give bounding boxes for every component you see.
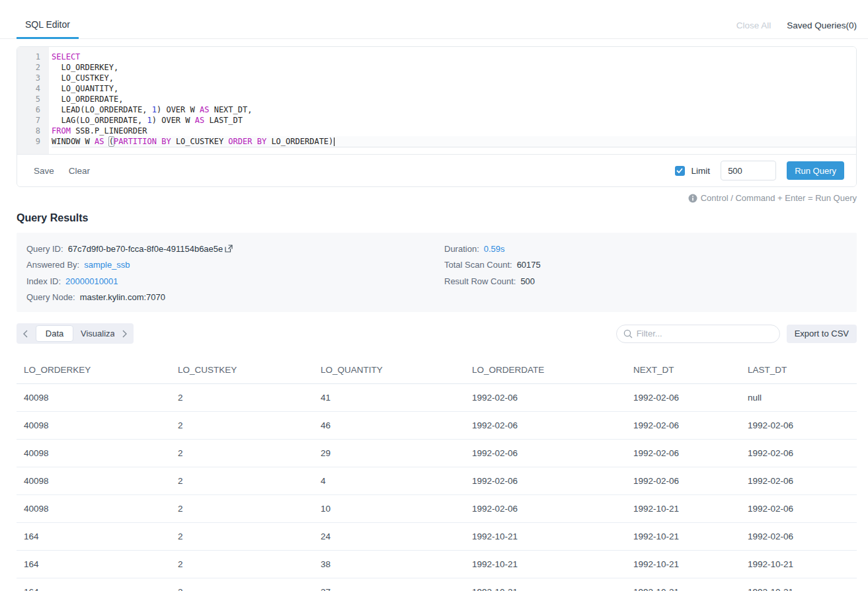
total-scan-count-label: Total Scan Count: <box>444 260 512 270</box>
line-number: 5 <box>17 94 40 104</box>
index-id-label: Index ID: <box>26 276 61 286</box>
table-row: 400982461992-02-061992-02-061992-02-06 <box>17 412 857 440</box>
table-cell: 1992-10-21 <box>740 578 857 591</box>
query-results-title: Query Results <box>17 212 857 224</box>
table-cell: 2 <box>171 440 313 467</box>
answered-by-link[interactable]: sample_ssb <box>84 260 130 270</box>
filter-input[interactable] <box>637 329 773 338</box>
view-tabs: Data Visualiza <box>17 323 134 344</box>
code-line[interactable]: WINDOW W AS (PARTITION BY LO_CUSTKEY ORD… <box>52 136 856 147</box>
table-cell: 1992-02-06 <box>740 412 857 440</box>
query-node-value: master.kylin.com:7070 <box>80 292 165 302</box>
table-cell: null <box>740 384 857 412</box>
save-button[interactable]: Save <box>34 166 54 176</box>
column-header: LO_CUSTKEY <box>171 357 313 384</box>
query-node-label: Query Node: <box>26 292 75 302</box>
line-number: 3 <box>17 73 40 83</box>
sql-editor-panel: 123456789 SELECT LO_ORDERKEY, LO_CUSTKEY… <box>17 46 857 187</box>
table-cell: 1992-02-06 <box>626 384 740 412</box>
code-line[interactable]: LO_ORDERKEY, <box>52 62 856 73</box>
table-cell: 1992-10-21 <box>626 495 740 523</box>
column-header: LO_ORDERDATE <box>465 357 626 384</box>
table-cell: 40098 <box>17 495 171 523</box>
table-cell: 40098 <box>17 440 171 467</box>
table-cell: 2 <box>171 384 313 412</box>
gutter: 123456789 <box>17 47 49 154</box>
editor-tab-bar: SQL Editor Close All Saved Queries(0) <box>0 0 868 39</box>
table-row: 1642381992-10-211992-10-211992-10-21 <box>17 551 857 578</box>
search-icon <box>623 329 633 338</box>
shortcut-hint: Control / Command + Enter = Run Query <box>17 193 857 203</box>
column-header: LO_ORDERKEY <box>17 357 171 384</box>
duration-label: Duration: <box>444 244 479 254</box>
code-line[interactable]: FROM SSB.P_LINEORDER <box>52 126 856 136</box>
tab-data[interactable]: Data <box>36 325 73 342</box>
table-cell: 2 <box>171 551 313 578</box>
chevron-right-icon[interactable] <box>122 330 128 338</box>
table-cell: 40098 <box>17 412 171 440</box>
table-cell: 1992-02-06 <box>465 412 626 440</box>
saved-queries-button[interactable]: Saved Queries(0) <box>787 20 857 30</box>
table-cell: 40098 <box>17 384 171 412</box>
table-cell: 1992-02-06 <box>626 412 740 440</box>
active-tab-underline <box>17 37 79 39</box>
line-number: 9 <box>17 136 40 147</box>
index-id-link[interactable]: 20000010001 <box>65 276 118 286</box>
line-number: 7 <box>17 115 40 126</box>
table-cell: 46 <box>313 412 465 440</box>
chevron-left-icon[interactable] <box>22 330 28 338</box>
close-all-button[interactable]: Close All <box>736 20 771 30</box>
table-cell: 1992-02-06 <box>740 523 857 551</box>
table-cell: 1992-02-06 <box>740 467 857 495</box>
line-number: 1 <box>17 52 40 62</box>
table-cell: 1992-10-21 <box>626 578 740 591</box>
line-number: 6 <box>17 104 40 115</box>
clear-button[interactable]: Clear <box>69 166 90 176</box>
shortcut-hint-text: Control / Command + Enter = Run Query <box>701 193 857 203</box>
code-line[interactable]: LO_ORDERDATE, <box>52 94 856 104</box>
limit-input[interactable] <box>721 161 776 180</box>
code-line[interactable]: LEAD(LO_ORDERDATE, 1) OVER W AS NEXT_DT, <box>52 104 856 115</box>
table-cell: 1992-10-21 <box>465 551 626 578</box>
code-line[interactable]: SELECT <box>52 52 856 62</box>
table-cell: 1992-02-06 <box>626 467 740 495</box>
code-lines[interactable]: SELECT LO_ORDERKEY, LO_CUSTKEY, LO_QUANT… <box>49 47 856 154</box>
code-line[interactable]: LO_CUSTKEY, <box>52 73 856 83</box>
filter-field[interactable] <box>616 325 780 343</box>
info-icon <box>688 194 697 203</box>
sql-code-editor[interactable]: 123456789 SELECT LO_ORDERKEY, LO_CUSTKEY… <box>17 47 856 154</box>
table-cell: 38 <box>313 551 465 578</box>
limit-checkbox[interactable] <box>675 166 685 176</box>
table-row: 1642271992-10-211992-10-211992-10-21 <box>17 578 857 591</box>
tab-visualization[interactable]: Visualiza <box>81 329 114 338</box>
column-header: NEXT_DT <box>626 357 740 384</box>
table-cell: 164 <box>17 578 171 591</box>
limit-label: Limit <box>691 166 711 176</box>
table-cell: 1992-02-06 <box>465 384 626 412</box>
external-link-icon[interactable] <box>225 245 233 253</box>
table-cell: 1992-02-06 <box>626 440 740 467</box>
table-cell: 2 <box>171 495 313 523</box>
table-cell: 164 <box>17 551 171 578</box>
column-header: LO_QUANTITY <box>313 357 465 384</box>
run-query-button[interactable]: Run Query <box>787 161 844 180</box>
code-line[interactable]: LO_QUANTITY, <box>52 83 856 94</box>
table-cell: 2 <box>171 467 313 495</box>
code-line[interactable]: LAG(LO_ORDERDATE, 1) OVER W AS LAST_DT <box>52 115 856 126</box>
editor-footer: Save Clear Limit Run Query <box>17 154 856 186</box>
duration-value[interactable]: 0.59s <box>484 244 505 254</box>
table-cell: 24 <box>313 523 465 551</box>
table-cell: 41 <box>313 384 465 412</box>
table-cell: 2 <box>171 412 313 440</box>
line-number: 2 <box>17 62 40 73</box>
table-row: 400982291992-02-061992-02-061992-02-06 <box>17 440 857 467</box>
table-cell: 1992-02-06 <box>465 467 626 495</box>
table-cell: 2 <box>171 578 313 591</box>
answered-by-label: Answered By: <box>26 260 79 270</box>
tab-sql-editor[interactable]: SQL Editor <box>17 19 79 38</box>
export-to-csv-button[interactable]: Export to CSV <box>787 325 857 343</box>
tab-bar-actions: Close All Saved Queries(0) <box>736 20 857 38</box>
text-cursor <box>334 138 335 146</box>
query-id-value: 67c7d9f0-be70-fcca-8f0e-491154b6ae5e <box>68 244 223 254</box>
results-table: LO_ORDERKEYLO_CUSTKEYLO_QUANTITYLO_ORDER… <box>17 357 857 591</box>
